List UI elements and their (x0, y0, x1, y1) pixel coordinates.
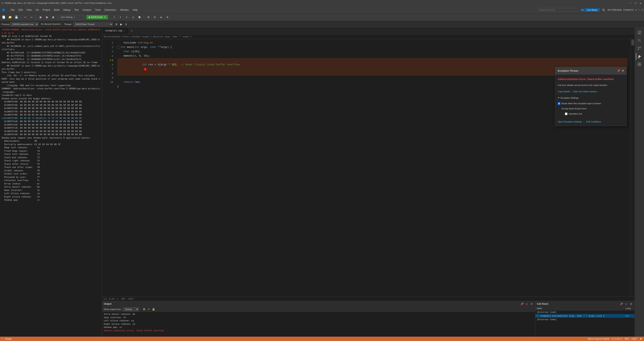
stop-btn[interactable]: ⏹ (137, 15, 142, 20)
output-panel-maximize-btn[interactable]: □ (525, 302, 529, 306)
break-when-thrown-label: Break when this exception type is thrown (562, 101, 601, 106)
output-panel-pin-btn[interactable]: 📌 (520, 302, 524, 306)
clear-output-btn[interactable]: 🗑 (142, 307, 146, 311)
process-selector[interactable]: [23696] example1.exe (10, 22, 38, 27)
search-icon-btn[interactable] (601, 8, 606, 12)
toolbar-btn-extra4[interactable]: ⊕ (164, 15, 170, 20)
toolbar-btn-1[interactable]: ▣ (38, 15, 43, 20)
terminal-line-43: Container overflow: fc (2, 179, 100, 182)
close-exception-btn[interactable]: ✕ (622, 69, 624, 73)
toolbar-btn-2[interactable]: ▣ (44, 15, 50, 20)
pin-exception-btn[interactable]: 📌 (617, 69, 620, 73)
new-tab-button[interactable]: + (128, 28, 134, 34)
notification-icon[interactable]: 🔔 (640, 338, 642, 340)
continue-button[interactable]: ▶ Continue ▾ (86, 15, 108, 19)
source-control-btn[interactable] (636, 45, 643, 52)
pause-threads-btn[interactable]: ⏸ (114, 22, 118, 26)
step-out-btn[interactable]: ⬆ (124, 15, 130, 20)
add-source-control-btn[interactable]: Add to Source Control (588, 338, 609, 340)
settings-expand-icon[interactable]: ▼ (558, 96, 560, 100)
close-window-icon[interactable]: ✕ (636, 8, 637, 12)
status-line-col[interactable]: Ln: 5 Ch: 1 (612, 338, 622, 340)
output-content: Intra object redzone: bb ASan internal: … (102, 312, 535, 337)
menu-debug[interactable]: Debug (61, 8, 72, 12)
restart-btn[interactable]: ↺ (130, 15, 136, 20)
menu-window[interactable]: Window (118, 8, 131, 12)
run-debug-btn[interactable] (636, 53, 643, 60)
editor-scrollbar-thumb[interactable] (631, 40, 634, 46)
toolbar-btn-extra1[interactable]: ⊞ (146, 15, 151, 20)
debug-target-dropdown[interactable]: x64-Debug ▾ (59, 15, 83, 20)
toolbar-btn-3[interactable]: ▣ (50, 15, 56, 20)
copy-details-link[interactable]: Copy Details (558, 89, 570, 94)
terminal-line-45: Intra object redzone: bb (2, 185, 100, 189)
menu-build[interactable]: Build (52, 8, 62, 12)
settings-title-label: Exception Settings (560, 96, 578, 100)
status-spaces[interactable]: SPC (625, 338, 629, 340)
breadcrumb-func[interactable]: main(int argc, char ** argv) (153, 36, 190, 38)
menu-extensions[interactable]: Extensions (102, 8, 118, 12)
live-share-session-link[interactable]: Start Live Share session... (573, 89, 598, 94)
search-btn[interactable] (636, 37, 643, 44)
tab-example1-cpp[interactable]: example1.cpp × (102, 27, 128, 34)
search-input[interactable] (538, 8, 578, 12)
new-file-btn[interactable]: 📄 (1, 15, 6, 20)
menu-analyze[interactable]: Analyze (81, 8, 93, 12)
maximize-button[interactable]: □ (634, 2, 637, 5)
thread-selector[interactable]: [2604] Main Thread (73, 22, 113, 27)
call-stack-row-1[interactable]: ➤ example1.exe!main(int argc, char * * a… (535, 314, 634, 318)
tab-close-btn[interactable]: × (124, 30, 125, 32)
minimize-window-icon[interactable]: ─ (638, 8, 640, 11)
svg-rect-15 (640, 63, 641, 64)
menu-file[interactable]: File (9, 8, 16, 12)
call-stack-row-2[interactable]: [External Code] (535, 318, 634, 321)
menu-project[interactable]: Project (41, 8, 52, 12)
call-stack-row-0[interactable]: [External Code] (535, 310, 634, 314)
live-share-button[interactable]: Live Share (584, 8, 600, 12)
explorer-btn[interactable] (636, 29, 643, 36)
step-into-btn[interactable]: ⬇ (118, 15, 123, 20)
undo-btn[interactable]: ↩ (22, 15, 28, 20)
call-stack-maximize-btn[interactable]: □ (624, 302, 628, 306)
output-panel-actions: 📌 □ ✕ (520, 302, 534, 306)
lock-scroll-btn[interactable]: 🔒 (152, 307, 156, 311)
status-ready-label[interactable]: Ready (5, 338, 12, 340)
call-stack-close-btn[interactable]: ✕ (629, 302, 633, 306)
code-editor[interactable]: #include <string.h> int main(int argc, c… (114, 39, 630, 296)
menu-tools[interactable]: Tools (93, 8, 102, 12)
save-btn[interactable]: 💾 (14, 15, 19, 20)
line-col-status: Ln: 5 Ch: 1 (104, 298, 118, 300)
threads-info-btn[interactable]: ℹ (124, 22, 128, 26)
edit-conditions-link[interactable]: Edit Conditions (586, 120, 601, 124)
menu-test[interactable]: Test (72, 8, 81, 12)
except-from-file-checkbox[interactable] (565, 113, 568, 115)
call-stack-pin-btn[interactable]: 📌 (620, 302, 623, 306)
break-when-thrown-checkbox[interactable] (558, 102, 560, 105)
svg-line-7 (640, 41, 641, 42)
breadcrumb-files[interactable]: Miscellaneous Files (104, 36, 128, 38)
menu-help[interactable]: Help (131, 8, 140, 12)
continue-dropdown-icon[interactable]: ▾ (104, 16, 106, 19)
int-preview-button[interactable]: INT PREVIEW (608, 9, 622, 11)
editor-status-line: Ln: 5 Ch: 1 SPC CRLF (102, 296, 634, 301)
toolbar-btn-extra3[interactable]: ◈ (158, 15, 164, 20)
step-over-btn[interactable]: ⤵ (111, 15, 117, 20)
minimize-button[interactable]: ─ (628, 2, 632, 5)
maximize-window-icon[interactable]: □ (642, 8, 643, 11)
extensions-btn[interactable] (636, 61, 643, 68)
status-encoding[interactable]: CRLF (632, 338, 637, 340)
word-wrap-btn[interactable]: ↵ (147, 307, 151, 311)
resume-threads-btn[interactable]: ▶ (119, 22, 123, 26)
toolbar-btn-extra2[interactable]: ⊡ (152, 15, 158, 20)
menu-git[interactable]: Git (34, 8, 41, 12)
output-panel-close-btn[interactable]: ✕ (530, 302, 534, 306)
open-file-btn[interactable]: 📁 (7, 15, 13, 20)
close-button[interactable]: ✕ (639, 2, 642, 5)
breadcrumb-scope[interactable]: (Global Scope) (132, 36, 150, 38)
open-exception-settings-link[interactable]: Open Exception Settings (558, 120, 582, 124)
menu-edit[interactable]: Edit (16, 8, 24, 12)
menu-view[interactable]: View (24, 8, 34, 12)
redo-btn[interactable]: ↪ (29, 15, 34, 20)
output-source-selector[interactable]: Debug (123, 307, 139, 311)
lifecycle-events-btn[interactable]: ⚙ Lifecycle Events ▾ (41, 23, 61, 26)
